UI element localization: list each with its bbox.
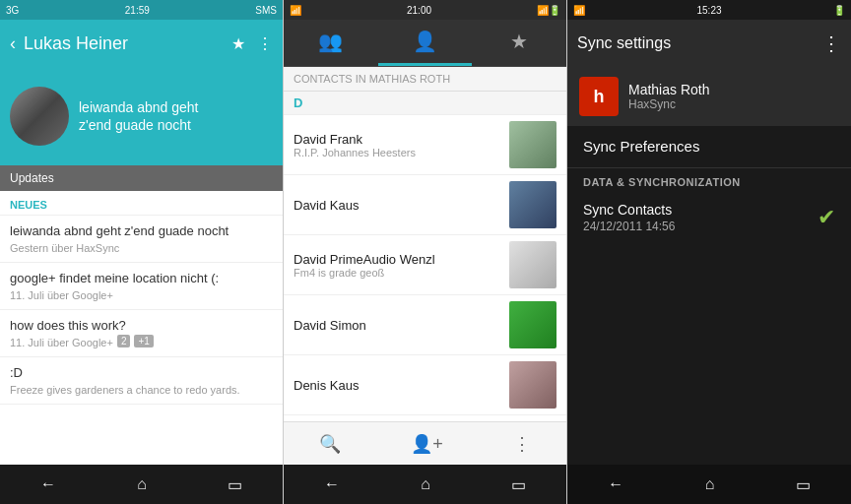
tab-favorites[interactable]: ★ [472,20,566,66]
badge-count: 2 [117,335,131,347]
contacts-list: D David Frank R.I.P. Johannes Heesters D… [284,92,566,421]
screen2-nav-bar: ← ⌂ ▭ [284,465,566,504]
list-item[interactable]: leiwanda abnd geht z'end guade nocht Ges… [0,216,283,263]
screen2-status-right: 📶🔋 [537,5,560,16]
contacts-person-icon: 👤 [413,30,437,53]
account-info: Mathias Roth HaxSync [628,82,839,111]
star-icon[interactable]: ★ [231,34,245,53]
sync-settings-title: Sync settings [577,34,821,52]
neues-item-meta: 11. Juli über Google+ 2 +1 [10,335,273,348]
sync-contacts-checkmark: ✔ [818,205,835,230]
account-app-name: HaxSync [628,97,839,111]
neues-section: NEUES leiwanda abnd geht z'end guade noc… [0,191,283,465]
sync-preferences-item[interactable]: Sync Preferences [567,126,851,168]
screen1-status-left: 3G [6,5,19,16]
screen3-header: Sync settings ⋮ [567,20,851,67]
screen2-status-icons: 📶 [290,5,301,16]
add-contact-button[interactable]: 👤+ [411,433,443,455]
neues-item-title: google+ findet meine location nicht (: [10,271,273,287]
nav-home-button[interactable]: ⌂ [137,475,147,493]
screen3-nav-bar: ← ⌂ ▭ [567,465,851,504]
contact-info: David Kaus [294,198,509,213]
header-icons: ★ ⋮ [231,34,273,53]
neues-item-subtitle: Freeze gives gardeners a chance to redo … [10,384,273,396]
nav-back-button[interactable]: ← [324,475,340,493]
profile-section: leiwanda abnd geht z'end guade nocht [0,67,283,165]
screen1-status-bar: 3G 21:59 SMS [0,0,283,20]
screen2-panel: 📶 21:00 📶🔋 👥 👤 ★ CONTACTS IN MATHIAS ROT… [284,0,567,504]
list-item[interactable]: how does this work? 11. Juli über Google… [0,310,283,357]
contact-sub: R.I.P. Johannes Heesters [294,147,509,158]
screen3-status-icons: 📶 [573,5,585,16]
contact-thumbnail [509,241,556,288]
table-row[interactable]: David Kaus [284,175,566,235]
screen3-spacer [567,243,851,465]
favorites-icon: ★ [510,30,528,53]
contact-thumbnail [509,181,556,228]
table-row[interactable]: David PrimeAudio Wenzl Fm4 is grade geoß [284,235,566,295]
table-row[interactable]: Denis Kaus [284,355,566,415]
sync-contacts-info: Sync Contacts 24/12/2011 14:56 [583,202,818,233]
sync-preferences-label: Sync Preferences [583,138,699,155]
nav-home-button[interactable]: ⌂ [705,475,715,493]
tab-contacts-group[interactable]: 👥 [284,20,378,66]
updates-label: Updates [10,171,54,185]
table-row[interactable]: David Simon [284,295,566,355]
neues-item-subtitle: 11. Juli über Google+ [10,337,113,348]
sync-contacts-row[interactable]: Sync Contacts 24/12/2011 14:56 ✔ [567,192,851,243]
more-icon[interactable]: ⋮ [257,34,273,53]
neues-item-subtitle: Gestern über HaxSync [10,242,273,254]
table-row[interactable]: David Frank R.I.P. Johannes Heesters [284,115,566,175]
contact-info: David Simon [294,318,509,333]
search-button[interactable]: 🔍 [319,433,341,455]
avatar [10,87,69,146]
neues-item-subtitle: 11. Juli über Google+ [10,289,273,301]
table-row[interactable]: Deniz Iyisan FROHE WEIHNACHTEN <3 ! [284,415,566,421]
more-options-button[interactable]: ⋮ [513,433,531,455]
nav-recent-button[interactable]: ▭ [796,475,811,494]
nav-recent-button[interactable]: ▭ [511,475,526,494]
screen3-status-time: 15:23 [696,5,721,16]
contact-thumbnail [509,121,556,168]
overflow-menu-button[interactable]: ⋮ [821,32,841,55]
screen2-status-bar: 📶 21:00 📶🔋 [284,0,566,20]
account-name: Mathias Roth [628,82,839,97]
screen1-status-right: SMS [255,5,277,16]
nav-back-button[interactable]: ← [608,475,623,493]
account-icon-label: h [594,87,605,107]
profile-name-line2: z'end guade nocht [79,116,198,134]
nav-home-button[interactable]: ⌂ [421,475,430,493]
contact-info: David Frank R.I.P. Johannes Heesters [294,132,509,158]
screen1-nav-bar: ← ⌂ ▭ [0,465,283,504]
updates-bar[interactable]: Updates [0,165,283,191]
neues-item-title: leiwanda abnd geht z'end guade nocht [10,223,273,240]
neues-header: NEUES [0,191,283,216]
screen1-panel: 3G 21:59 SMS ‹ Lukas Heiner ★ ⋮ leiwanda… [0,0,284,504]
screen1-header: ‹ Lukas Heiner ★ ⋮ [0,20,283,67]
contact-sub: Fm4 is grade geoß [294,267,509,279]
tab-contacts-person[interactable]: 👤 [378,20,473,66]
contact-info: Denis Kaus [294,378,509,393]
nav-recent-button[interactable]: ▭ [228,475,242,494]
screen1-title: Lukas Heiner [24,33,231,54]
contact-name: David Kaus [294,198,509,213]
screen2-bottom-bar: 🔍 👤+ ⋮ [284,421,566,465]
contact-thumbnail [509,301,556,348]
avatar-image [10,87,69,146]
screen2-status-time: 21:00 [407,5,431,16]
contacts-header: CONTACTS IN MATHIAS ROTH [284,67,566,92]
contact-name: David PrimeAudio Wenzl [294,252,509,267]
contact-name: David Frank [294,132,509,147]
contacts-group-icon: 👥 [318,30,343,53]
back-button[interactable]: ‹ [10,33,16,54]
section-letter-d: D [284,92,566,115]
sync-contacts-label: Sync Contacts [583,202,818,218]
list-item[interactable]: :D Freeze gives gardeners a chance to re… [0,357,283,405]
list-item[interactable]: google+ findet meine location nicht (: 1… [0,263,283,310]
neues-item-title: how does this work? [10,318,273,335]
contact-info: David PrimeAudio Wenzl Fm4 is grade geoß [294,252,509,279]
nav-back-button[interactable]: ← [40,475,56,493]
screen1-status-time: 21:59 [125,5,150,16]
screen2-tabs: 👥 👤 ★ [284,20,566,67]
contact-name: David Simon [294,318,509,333]
